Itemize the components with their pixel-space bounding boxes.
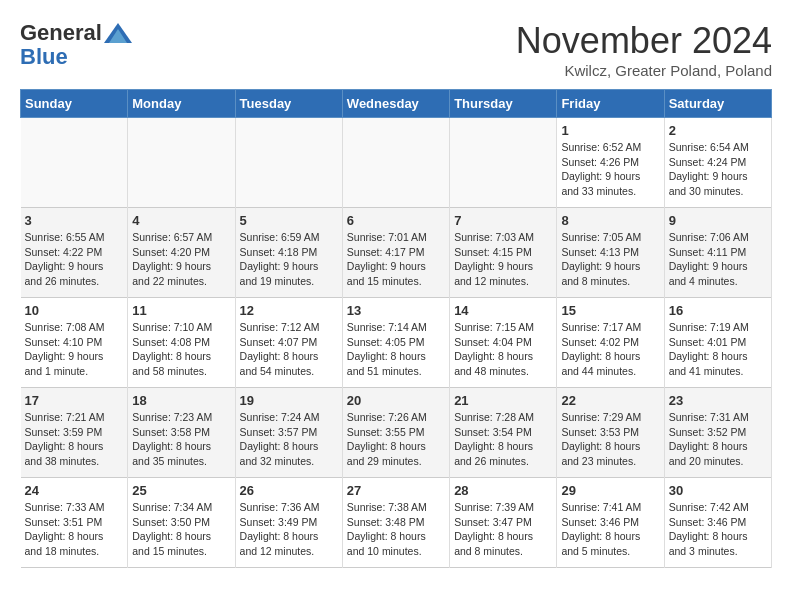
day-info: Sunrise: 7:10 AM Sunset: 4:08 PM Dayligh… bbox=[132, 320, 230, 379]
day-info: Sunrise: 7:08 AM Sunset: 4:10 PM Dayligh… bbox=[25, 320, 124, 379]
calendar-week-row: 1Sunrise: 6:52 AM Sunset: 4:26 PM Daylig… bbox=[21, 118, 772, 208]
day-info: Sunrise: 7:19 AM Sunset: 4:01 PM Dayligh… bbox=[669, 320, 767, 379]
calendar-week-row: 3Sunrise: 6:55 AM Sunset: 4:22 PM Daylig… bbox=[21, 208, 772, 298]
day-info: Sunrise: 6:54 AM Sunset: 4:24 PM Dayligh… bbox=[669, 140, 767, 199]
day-info: Sunrise: 7:01 AM Sunset: 4:17 PM Dayligh… bbox=[347, 230, 445, 289]
calendar-cell: 20Sunrise: 7:26 AM Sunset: 3:55 PM Dayli… bbox=[342, 388, 449, 478]
day-info: Sunrise: 6:57 AM Sunset: 4:20 PM Dayligh… bbox=[132, 230, 230, 289]
day-number: 16 bbox=[669, 303, 767, 318]
day-number: 12 bbox=[240, 303, 338, 318]
calendar-cell: 4Sunrise: 6:57 AM Sunset: 4:20 PM Daylig… bbox=[128, 208, 235, 298]
day-info: Sunrise: 7:42 AM Sunset: 3:46 PM Dayligh… bbox=[669, 500, 767, 559]
calendar-cell: 30Sunrise: 7:42 AM Sunset: 3:46 PM Dayli… bbox=[664, 478, 771, 568]
calendar-week-row: 10Sunrise: 7:08 AM Sunset: 4:10 PM Dayli… bbox=[21, 298, 772, 388]
day-number: 2 bbox=[669, 123, 767, 138]
day-number: 28 bbox=[454, 483, 552, 498]
calendar-cell: 21Sunrise: 7:28 AM Sunset: 3:54 PM Dayli… bbox=[450, 388, 557, 478]
day-number: 1 bbox=[561, 123, 659, 138]
day-number: 18 bbox=[132, 393, 230, 408]
day-number: 17 bbox=[25, 393, 124, 408]
calendar-cell bbox=[450, 118, 557, 208]
calendar-cell: 12Sunrise: 7:12 AM Sunset: 4:07 PM Dayli… bbox=[235, 298, 342, 388]
day-number: 10 bbox=[25, 303, 124, 318]
day-info: Sunrise: 7:28 AM Sunset: 3:54 PM Dayligh… bbox=[454, 410, 552, 469]
calendar-cell: 2Sunrise: 6:54 AM Sunset: 4:24 PM Daylig… bbox=[664, 118, 771, 208]
calendar-cell: 15Sunrise: 7:17 AM Sunset: 4:02 PM Dayli… bbox=[557, 298, 664, 388]
day-number: 19 bbox=[240, 393, 338, 408]
weekday-header: Wednesday bbox=[342, 90, 449, 118]
day-info: Sunrise: 7:39 AM Sunset: 3:47 PM Dayligh… bbox=[454, 500, 552, 559]
calendar-cell: 6Sunrise: 7:01 AM Sunset: 4:17 PM Daylig… bbox=[342, 208, 449, 298]
calendar-cell: 24Sunrise: 7:33 AM Sunset: 3:51 PM Dayli… bbox=[21, 478, 128, 568]
day-number: 29 bbox=[561, 483, 659, 498]
calendar-cell: 9Sunrise: 7:06 AM Sunset: 4:11 PM Daylig… bbox=[664, 208, 771, 298]
calendar-cell: 25Sunrise: 7:34 AM Sunset: 3:50 PM Dayli… bbox=[128, 478, 235, 568]
location-text: Kwilcz, Greater Poland, Poland bbox=[516, 62, 772, 79]
day-info: Sunrise: 7:36 AM Sunset: 3:49 PM Dayligh… bbox=[240, 500, 338, 559]
calendar-cell: 17Sunrise: 7:21 AM Sunset: 3:59 PM Dayli… bbox=[21, 388, 128, 478]
calendar-cell: 23Sunrise: 7:31 AM Sunset: 3:52 PM Dayli… bbox=[664, 388, 771, 478]
day-info: Sunrise: 7:03 AM Sunset: 4:15 PM Dayligh… bbox=[454, 230, 552, 289]
page-header: General Blue November 2024 Kwilcz, Great… bbox=[20, 20, 772, 79]
calendar-cell: 16Sunrise: 7:19 AM Sunset: 4:01 PM Dayli… bbox=[664, 298, 771, 388]
day-number: 3 bbox=[25, 213, 124, 228]
day-number: 14 bbox=[454, 303, 552, 318]
weekday-header: Monday bbox=[128, 90, 235, 118]
day-number: 4 bbox=[132, 213, 230, 228]
calendar-cell: 19Sunrise: 7:24 AM Sunset: 3:57 PM Dayli… bbox=[235, 388, 342, 478]
month-title: November 2024 bbox=[516, 20, 772, 62]
day-number: 26 bbox=[240, 483, 338, 498]
day-number: 9 bbox=[669, 213, 767, 228]
weekday-header: Sunday bbox=[21, 90, 128, 118]
calendar-cell: 29Sunrise: 7:41 AM Sunset: 3:46 PM Dayli… bbox=[557, 478, 664, 568]
day-info: Sunrise: 7:33 AM Sunset: 3:51 PM Dayligh… bbox=[25, 500, 124, 559]
day-number: 23 bbox=[669, 393, 767, 408]
day-number: 5 bbox=[240, 213, 338, 228]
day-info: Sunrise: 6:55 AM Sunset: 4:22 PM Dayligh… bbox=[25, 230, 124, 289]
calendar-cell: 18Sunrise: 7:23 AM Sunset: 3:58 PM Dayli… bbox=[128, 388, 235, 478]
logo-blue-text: Blue bbox=[20, 44, 68, 69]
day-info: Sunrise: 6:52 AM Sunset: 4:26 PM Dayligh… bbox=[561, 140, 659, 199]
calendar-cell: 22Sunrise: 7:29 AM Sunset: 3:53 PM Dayli… bbox=[557, 388, 664, 478]
logo-general-text: General bbox=[20, 20, 102, 46]
day-info: Sunrise: 7:21 AM Sunset: 3:59 PM Dayligh… bbox=[25, 410, 124, 469]
day-info: Sunrise: 7:17 AM Sunset: 4:02 PM Dayligh… bbox=[561, 320, 659, 379]
calendar-cell bbox=[128, 118, 235, 208]
weekday-header: Thursday bbox=[450, 90, 557, 118]
logo: General Blue bbox=[20, 20, 132, 70]
title-block: November 2024 Kwilcz, Greater Poland, Po… bbox=[516, 20, 772, 79]
calendar-week-row: 24Sunrise: 7:33 AM Sunset: 3:51 PM Dayli… bbox=[21, 478, 772, 568]
calendar-week-row: 17Sunrise: 7:21 AM Sunset: 3:59 PM Dayli… bbox=[21, 388, 772, 478]
day-number: 25 bbox=[132, 483, 230, 498]
day-info: Sunrise: 6:59 AM Sunset: 4:18 PM Dayligh… bbox=[240, 230, 338, 289]
calendar-cell: 7Sunrise: 7:03 AM Sunset: 4:15 PM Daylig… bbox=[450, 208, 557, 298]
calendar-cell: 11Sunrise: 7:10 AM Sunset: 4:08 PM Dayli… bbox=[128, 298, 235, 388]
day-number: 15 bbox=[561, 303, 659, 318]
day-info: Sunrise: 7:23 AM Sunset: 3:58 PM Dayligh… bbox=[132, 410, 230, 469]
day-info: Sunrise: 7:34 AM Sunset: 3:50 PM Dayligh… bbox=[132, 500, 230, 559]
day-number: 8 bbox=[561, 213, 659, 228]
day-info: Sunrise: 7:12 AM Sunset: 4:07 PM Dayligh… bbox=[240, 320, 338, 379]
calendar-cell bbox=[235, 118, 342, 208]
day-info: Sunrise: 7:14 AM Sunset: 4:05 PM Dayligh… bbox=[347, 320, 445, 379]
day-number: 6 bbox=[347, 213, 445, 228]
calendar-cell bbox=[342, 118, 449, 208]
day-number: 13 bbox=[347, 303, 445, 318]
day-number: 22 bbox=[561, 393, 659, 408]
calendar-cell: 5Sunrise: 6:59 AM Sunset: 4:18 PM Daylig… bbox=[235, 208, 342, 298]
day-info: Sunrise: 7:05 AM Sunset: 4:13 PM Dayligh… bbox=[561, 230, 659, 289]
day-info: Sunrise: 7:15 AM Sunset: 4:04 PM Dayligh… bbox=[454, 320, 552, 379]
day-number: 7 bbox=[454, 213, 552, 228]
day-info: Sunrise: 7:31 AM Sunset: 3:52 PM Dayligh… bbox=[669, 410, 767, 469]
calendar-cell: 14Sunrise: 7:15 AM Sunset: 4:04 PM Dayli… bbox=[450, 298, 557, 388]
calendar-cell: 27Sunrise: 7:38 AM Sunset: 3:48 PM Dayli… bbox=[342, 478, 449, 568]
calendar-cell: 28Sunrise: 7:39 AM Sunset: 3:47 PM Dayli… bbox=[450, 478, 557, 568]
calendar-cell: 3Sunrise: 6:55 AM Sunset: 4:22 PM Daylig… bbox=[21, 208, 128, 298]
day-number: 21 bbox=[454, 393, 552, 408]
day-info: Sunrise: 7:24 AM Sunset: 3:57 PM Dayligh… bbox=[240, 410, 338, 469]
day-info: Sunrise: 7:41 AM Sunset: 3:46 PM Dayligh… bbox=[561, 500, 659, 559]
day-number: 24 bbox=[25, 483, 124, 498]
weekday-header: Tuesday bbox=[235, 90, 342, 118]
day-number: 30 bbox=[669, 483, 767, 498]
calendar-cell: 8Sunrise: 7:05 AM Sunset: 4:13 PM Daylig… bbox=[557, 208, 664, 298]
